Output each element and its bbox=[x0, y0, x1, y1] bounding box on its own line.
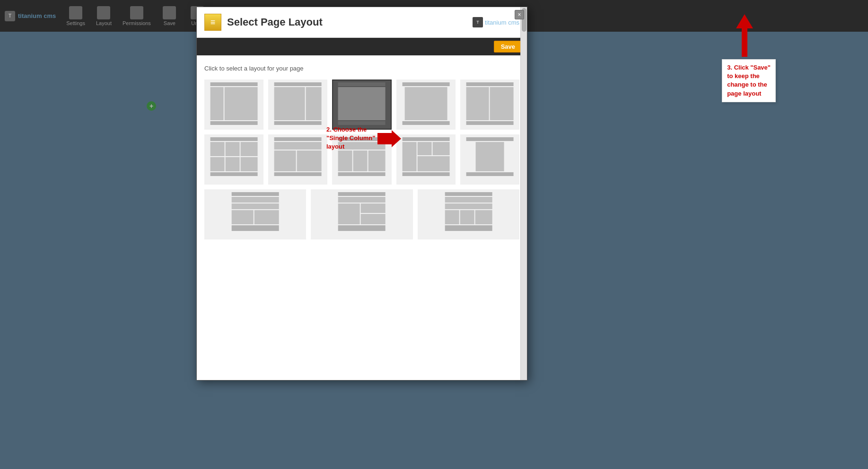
modal-body: Click to select a layout for your page bbox=[197, 55, 527, 380]
svg-rect-26 bbox=[274, 137, 322, 141]
layout-item-8[interactable] bbox=[332, 134, 391, 185]
svg-rect-16 bbox=[490, 87, 513, 120]
svg-rect-60 bbox=[445, 204, 492, 209]
svg-rect-36 bbox=[338, 172, 386, 176]
svg-rect-11 bbox=[402, 82, 449, 86]
svg-rect-48 bbox=[232, 204, 279, 209]
svg-rect-19 bbox=[210, 142, 225, 156]
svg-rect-45 bbox=[466, 172, 513, 176]
svg-rect-9 bbox=[338, 87, 386, 120]
svg-rect-10 bbox=[338, 121, 386, 125]
svg-rect-55 bbox=[361, 204, 386, 213]
select-layout-modal: × Select Page Layout T titanium cms Save… bbox=[196, 7, 527, 381]
svg-rect-44 bbox=[475, 142, 504, 171]
svg-rect-56 bbox=[361, 214, 386, 224]
modal-toolbar: Save bbox=[197, 38, 527, 55]
layout-item-4[interactable] bbox=[396, 80, 456, 130]
svg-rect-34 bbox=[353, 150, 368, 171]
modal-title: Select Page Layout bbox=[227, 16, 323, 28]
svg-rect-12 bbox=[404, 87, 447, 120]
svg-rect-1 bbox=[210, 87, 224, 120]
layout-item-6[interactable] bbox=[204, 134, 263, 185]
modal-title-icon bbox=[204, 14, 221, 31]
svg-rect-30 bbox=[274, 172, 322, 176]
svg-rect-42 bbox=[402, 172, 449, 176]
layout-item-2[interactable] bbox=[268, 80, 327, 130]
modal-brand-text: titanium cms bbox=[485, 19, 519, 26]
layout-item-10[interactable] bbox=[460, 134, 519, 185]
layout-row-3 bbox=[204, 189, 519, 239]
svg-rect-4 bbox=[274, 82, 322, 86]
layout-item-12[interactable] bbox=[311, 189, 412, 239]
svg-rect-47 bbox=[232, 197, 279, 203]
svg-rect-61 bbox=[445, 210, 459, 224]
modal-save-button[interactable]: Save bbox=[494, 41, 522, 53]
svg-rect-3 bbox=[210, 121, 258, 125]
svg-rect-63 bbox=[475, 210, 492, 224]
svg-rect-2 bbox=[225, 87, 258, 120]
svg-rect-8 bbox=[338, 82, 386, 86]
svg-rect-35 bbox=[368, 150, 386, 171]
svg-rect-31 bbox=[338, 137, 386, 141]
svg-rect-28 bbox=[274, 150, 296, 171]
svg-rect-38 bbox=[402, 142, 416, 171]
svg-rect-59 bbox=[445, 197, 492, 203]
svg-rect-57 bbox=[338, 225, 386, 231]
layout-item-1[interactable] bbox=[204, 80, 263, 130]
svg-rect-0 bbox=[210, 82, 258, 86]
svg-rect-7 bbox=[274, 121, 322, 125]
svg-rect-46 bbox=[232, 192, 279, 196]
svg-rect-17 bbox=[466, 121, 513, 125]
layout-row-1 bbox=[204, 80, 519, 130]
svg-rect-43 bbox=[466, 137, 513, 141]
layout-row-2 bbox=[204, 134, 519, 185]
layout-item-5[interactable] bbox=[460, 80, 519, 130]
svg-rect-40 bbox=[432, 142, 449, 155]
svg-rect-39 bbox=[417, 142, 431, 155]
svg-rect-20 bbox=[226, 142, 240, 156]
svg-rect-54 bbox=[338, 204, 360, 224]
modal-brand: T titanium cms bbox=[473, 17, 519, 27]
modal-close-button[interactable]: × bbox=[515, 10, 524, 19]
modal-brand-icon: T bbox=[473, 17, 483, 27]
svg-rect-22 bbox=[210, 157, 225, 171]
svg-rect-37 bbox=[402, 137, 449, 141]
svg-rect-58 bbox=[445, 192, 492, 196]
layout-item-7[interactable] bbox=[268, 134, 327, 185]
svg-rect-49 bbox=[232, 210, 254, 224]
svg-rect-50 bbox=[254, 210, 279, 224]
svg-rect-25 bbox=[210, 172, 258, 176]
svg-rect-13 bbox=[402, 121, 449, 125]
svg-rect-21 bbox=[241, 142, 258, 156]
layout-item-9[interactable] bbox=[396, 134, 456, 185]
svg-rect-5 bbox=[274, 87, 305, 120]
modal-header: Select Page Layout T titanium cms bbox=[197, 7, 527, 38]
svg-rect-62 bbox=[460, 210, 474, 224]
svg-rect-32 bbox=[338, 142, 386, 150]
layout-instruction: Click to select a layout for your page bbox=[204, 65, 519, 72]
svg-rect-23 bbox=[226, 157, 240, 171]
svg-rect-29 bbox=[297, 150, 322, 171]
svg-rect-33 bbox=[338, 150, 352, 171]
modal-scrollbar[interactable] bbox=[520, 7, 527, 380]
svg-rect-27 bbox=[274, 142, 322, 150]
layout-item-13[interactable] bbox=[418, 189, 519, 239]
layout-item-11[interactable] bbox=[204, 189, 306, 239]
svg-rect-41 bbox=[417, 156, 449, 171]
layout-item-3-selected[interactable] bbox=[332, 80, 391, 130]
svg-rect-52 bbox=[338, 192, 386, 196]
svg-rect-18 bbox=[210, 137, 258, 141]
svg-rect-6 bbox=[306, 87, 322, 120]
svg-rect-14 bbox=[466, 82, 513, 86]
modal-title-area: Select Page Layout bbox=[204, 14, 323, 31]
svg-rect-64 bbox=[445, 225, 492, 231]
svg-rect-53 bbox=[338, 197, 386, 203]
svg-rect-15 bbox=[466, 87, 489, 120]
svg-rect-24 bbox=[241, 157, 258, 171]
svg-rect-51 bbox=[232, 225, 279, 231]
